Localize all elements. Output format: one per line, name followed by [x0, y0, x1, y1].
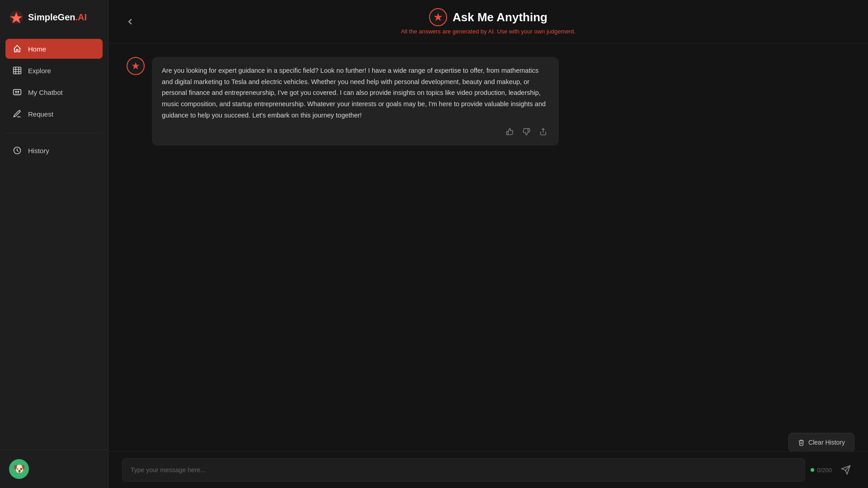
header-center: Ask Me Anything All the answers are gene… — [401, 8, 576, 35]
input-bar: 0/200 — [108, 451, 868, 488]
sidebar-item-home-label: Home — [28, 45, 46, 53]
sidebar-item-explore-label: Explore — [28, 67, 51, 75]
message-input[interactable] — [122, 458, 805, 482]
clear-history-button[interactable]: Clear History — [788, 433, 854, 452]
header-title: Ask Me Anything — [453, 10, 547, 24]
message-actions — [162, 126, 549, 137]
chat-area: Are you looking for expert guidance in a… — [108, 43, 868, 451]
sidebar-footer: 🐶 — [0, 450, 108, 488]
bot-message-avatar — [127, 57, 145, 75]
sidebar-item-history-label: History — [28, 147, 49, 155]
thumbs-down-button[interactable] — [521, 126, 532, 137]
sidebar-item-chatbot-label: My Chatbot — [28, 89, 63, 96]
char-count: 0/200 — [811, 467, 832, 474]
history-icon — [13, 146, 22, 155]
sidebar-logo: SimpleGen.AI — [0, 0, 108, 34]
clear-history-label: Clear History — [808, 439, 845, 446]
clear-history-icon — [798, 439, 805, 446]
sidebar-item-request-label: Request — [28, 110, 53, 118]
sidebar-item-my-chatbot[interactable]: My Chatbot — [5, 82, 103, 102]
sidebar: SimpleGen.AI Home Explore — [0, 0, 108, 488]
sidebar-item-explore[interactable]: Explore — [5, 61, 103, 80]
svg-point-3 — [15, 91, 17, 93]
request-icon — [13, 109, 22, 118]
message-row: Are you looking for expert guidance in a… — [127, 57, 850, 145]
header-subtitle: All the answers are generated by AI. Use… — [401, 28, 576, 35]
status-dot — [811, 468, 814, 472]
header: Ask Me Anything All the answers are gene… — [108, 0, 868, 43]
svg-point-4 — [18, 91, 19, 93]
bot-message-text: Are you looking for expert guidance in a… — [162, 65, 549, 121]
svg-rect-1 — [14, 67, 21, 74]
thumbs-up-button[interactable] — [504, 126, 515, 137]
send-button[interactable] — [837, 461, 854, 479]
explore-icon — [13, 66, 22, 75]
share-button[interactable] — [538, 126, 549, 137]
chatbot-icon — [13, 88, 22, 97]
sidebar-item-history[interactable]: History — [5, 141, 103, 160]
back-button[interactable] — [122, 14, 138, 30]
avatar[interactable]: 🐶 — [9, 459, 29, 479]
main-content: Ask Me Anything All the answers are gene… — [108, 0, 868, 488]
bot-avatar-icon — [429, 8, 447, 26]
header-title-row: Ask Me Anything — [429, 8, 547, 26]
sidebar-nav: Home Explore My Chatbot — [0, 34, 108, 450]
sidebar-item-home[interactable]: Home — [5, 39, 103, 59]
home-icon — [13, 44, 22, 53]
app-name: SimpleGen.AI — [28, 12, 87, 23]
send-icon — [841, 465, 851, 475]
sidebar-item-request[interactable]: Request — [5, 104, 103, 124]
logo-icon — [9, 10, 24, 24]
bot-message-bubble: Are you looking for expert guidance in a… — [152, 57, 559, 145]
